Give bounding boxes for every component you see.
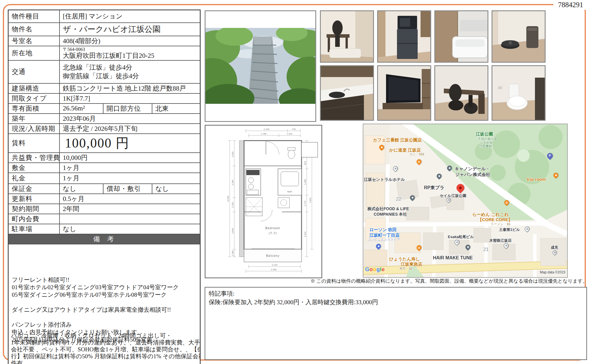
map-label-ramen-1: らーめん これこれ [472,212,509,217]
map-label-route-22: 22 [396,196,401,202]
special-notes-line: 保険:保険要加入 2年契約 32,000円・入居時鍵交換費用:33,000円 [209,298,583,306]
label-rent: 賃料 [8,134,60,153]
photo-desk-room [320,10,374,63]
value-amortization: なし [152,184,200,194]
remarks-line: 05号室ダイニング06号室ホテル07号室ホテル08号室ワーク [12,291,198,298]
svg-text:920: 920 [304,161,306,165]
property-spec-table: 物件種目 [住居用] マンション 物件名 ザ・パークハビオ江坂公園 号室名 40… [8,9,201,364]
label-built-year: 築年 [8,114,60,124]
remarks-header: 備 考 [8,234,200,244]
value-neighborhood-fee [60,214,200,224]
address-text: 大阪府吹田市江坂町1丁目20-25 [63,52,198,60]
label-neighborhood-fee: 町内会費 [8,214,60,224]
value-address: 〒564-0063 大阪府吹田市江坂町1丁目20-25 [60,46,200,60]
svg-text:Bath: Bath [287,191,292,193]
value-guarantee-deposit: なし [60,184,103,194]
special-notes-box: 特記事項: 保険:保険要加入 2年契約 32,000円・入居時鍵交換費用:33,… [205,287,587,360]
building-exterior-image [206,28,315,104]
parking-pin: P [546,152,554,160]
google-letter: o [373,266,376,272]
svg-text:1,330: 1,330 [232,202,234,208]
map-label-block-21: 21 [483,247,489,252]
document-id: 7884291 [553,0,588,10]
remarks-line [12,313,198,321]
value-opening-direction: 北東 [152,104,200,114]
google-letter: e [381,266,385,272]
map-label-rp-higashi: RP東プラ [424,185,444,191]
svg-text:3,190: 3,190 [232,180,234,185]
map-label-lawson-sub: コンビニエンスストア [368,237,400,242]
label-opening-direction: 開口部方位 [103,104,152,114]
value-parking: なし [60,224,200,234]
parking-letter: P [547,153,553,159]
value-property-name: ザ・パークハビオ江坂公園 [60,23,200,36]
label-layout-type: 間取タイプ [8,93,60,104]
remarks-line: 会社不要 、ペット不可、SOHO敷金1ヶ月増、駐車場は要問合せ。、【保証人代 [11,346,199,353]
value-layout-type: 1K[洋7.7] [60,93,200,104]
disclaimer-text: ※ この資料は物件の概略紹介資料になります。写真、間取図面、設備、概要などが現況… [310,278,588,284]
label-deposit: 敷金 [8,163,60,173]
special-notes-title: 特記事項: [209,289,583,298]
map-label-lawson-1: ローソン 吹田 [369,227,397,233]
map-label-ramen-sub: ラーメン・$$ [491,222,510,226]
svg-text:1,090: 1,090 [304,179,306,185]
value-deposit: 1ヶ月 [60,163,200,173]
label-transport: 交通 [8,60,60,83]
value-built-year: 2023年06月 [60,114,200,124]
label-status-movein: 現況/入居時期 [8,124,60,134]
remarks-cell: フリーレント相談可!! 01号室ホテル02号室ダイニング03号室アウトドア04号… [8,244,200,364]
photo-bathroom [434,10,488,63]
google-logo: Google [365,266,385,273]
location-map: P カフェ三番館 江坂公園店 かに道楽 江坂店 カニ・$$$ 江坂公園 子供の遊… [363,124,568,278]
map-background [363,124,567,277]
label-parking: 駐車場 [8,224,60,234]
postal-code: 〒564-0063 [63,47,198,52]
svg-text:2,450: 2,450 [264,128,269,131]
svg-text:3,425: 3,425 [304,231,306,237]
map-label-trip-room: trip room [527,177,546,182]
google-letter: g [377,266,380,272]
google-letter: G [365,266,369,272]
label-contract-period: 契約期間 [8,204,60,214]
value-floor-area: 26.56m² [60,104,103,114]
remarks-line: 件有 [11,360,199,364]
svg-text:7,650: 7,650 [309,198,312,203]
svg-text:(7.7): (7.7) [269,232,277,235]
transport-line-1: 北急線「江坂」徒歩4分 [63,63,198,72]
label-common-fee: 共益費・管理費 [8,153,60,163]
map-label-hyotan-sub: 寿司・$$ [399,267,412,271]
map-label-esaka-park-sub3: の図書館 [479,144,492,148]
map-attribution: Map data ©2023 [540,270,565,274]
svg-text:Balcony: Balcony [266,254,280,257]
remarks-line: 01号室ホテル02号室ダイニング03号室アウトドア04号室ワーク [12,283,198,291]
label-renewal-fee: 更新料 [8,194,60,204]
label-address: 所在地 [8,46,60,60]
svg-text:3,150: 3,150 [272,264,277,266]
transport-line-2: 御堂筋線「江坂」徒歩4分 [63,72,198,81]
value-status-movein: 退去予定 / 2026年5月下旬 [60,124,200,134]
svg-text:8,500: 8,500 [227,196,229,202]
map-label-esaka-central-hotel: 江坂セントラルホテル [364,177,405,182]
svg-text:1,600: 1,600 [232,152,234,157]
map-label-hyotan-1: ひょうたん寿し [389,256,420,262]
value-structure: 鉄筋コンクリート造 地上12階 総戸数88戸 [60,83,200,93]
property-flyer-page: 7884291 物件種目 [住居用] マンション 物件名 ザ・パークハビオ江坂公… [0,0,591,364]
label-guarantee-deposit: 保証金 [8,184,60,194]
photo-building-exterior [205,10,316,122]
remarks-line: 行】初回保証料は賃料等の50% 月額保証料は賃料等の1% その他保証会社条 [11,353,199,360]
remarks-line: フリーレント相談可!! [12,276,198,283]
label-amortization: 償却・敷引 [103,184,152,194]
value-rent: 100,000 円 [60,134,200,153]
remarks-line: バルコニ・冷蔵庫・収納・クロゼット・24時間ゴミ出し可・ [11,332,199,339]
map-label-food-life-2: COMPANIES 本社 [374,212,407,217]
map-label-cafe-sanbankan: カフェ三番館 江坂公園店 [373,137,422,143]
svg-text:Bedroom: Bedroom [265,227,280,230]
svg-text:1,420: 1,420 [287,133,292,135]
svg-text:3,640: 3,640 [232,228,234,234]
svg-text:1,770: 1,770 [304,201,306,206]
photo-air-purifier [492,10,546,63]
label-room-number: 号室名 [8,36,60,46]
value-common-fee: 10,000円 [60,153,200,163]
map-label-cannondale-2: ジャパン株式会社 [455,172,490,177]
map-label-sail-esaka: セイル江坂公園 [440,193,466,198]
